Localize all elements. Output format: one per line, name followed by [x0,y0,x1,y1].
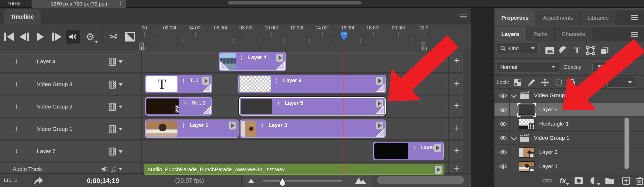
layer-thumbnail[interactable] [519,147,534,158]
expand-chevron-icon[interactable]: ⟩ [276,77,278,84]
track-header-layer-7[interactable]: ⟩ Layer 7 [0,141,142,162]
timeline-zoom-slider[interactable] [263,180,342,181]
tab-properties[interactable]: Properties [494,11,536,25]
transition-button[interactable] [123,30,137,44]
add-mask-icon[interactable] [573,175,584,186]
visibility-eye-icon[interactable] [499,121,507,127]
tab-libraries[interactable]: Libraries [581,11,616,25]
tab-adjustments[interactable]: Adjustments [536,11,581,25]
timeline-settings-button[interactable]: ⚙ [83,30,97,44]
expand-chevron-icon[interactable]: ⟩ [413,144,415,151]
fade-handle-icon[interactable] [376,128,385,137]
frame-view-icon[interactable] [4,179,17,182]
timeline-clip-layer-5[interactable]: ⟩ Layer 5 [239,97,386,116]
chevron-down-icon[interactable] [118,150,123,153]
track-header-video-group-3[interactable]: ⟩ Video Group 3 [0,74,142,95]
layers-scrollbar[interactable] [625,118,629,169]
layer-thumbnail[interactable] [519,161,534,172]
zoom-out-icon[interactable] [248,178,254,183]
lock-paint-icon[interactable] [526,77,537,88]
chevron-down-icon[interactable] [118,168,123,170]
go-to-next-frame-button[interactable] [50,30,64,44]
layer-filter-kind-select[interactable]: Kind [497,43,539,54]
blend-mode-select[interactable]: Normal [497,61,559,72]
speaker-icon[interactable] [101,166,108,172]
video-badge-icon[interactable] [229,122,236,129]
expand-chevron-icon[interactable]: ⟩ [241,54,243,61]
expand-chevron-icon[interactable]: ⟩ [15,126,18,132]
group-expand-chevron-icon[interactable] [511,92,517,98]
lock-move-icon[interactable] [539,77,551,88]
add-media-button[interactable]: + [451,145,463,156]
fade-handle-icon[interactable] [202,84,211,92]
fade-handle-icon[interactable] [220,61,229,70]
layer-thumbnail[interactable] [519,119,534,129]
layers-menu-icon[interactable] [631,32,638,37]
document-zoom-level[interactable]: 100% [7,1,20,7]
expand-chevron-icon[interactable]: ⟩ [15,103,18,110]
tab-timeline[interactable]: Timeline [4,9,41,24]
add-media-button[interactable]: + [451,163,463,174]
fade-handle-icon[interactable] [376,106,385,115]
tab-layers[interactable]: Layers [494,27,527,41]
zoom-slider-handle[interactable] [279,177,286,187]
add-media-button[interactable]: + [451,55,463,66]
layer-row-layer-1[interactable]: Layer 1 [494,160,644,173]
timeline-clip-audiio-punchparade-punchparade-awaywego-inst-wav[interactable]: Audiio_PunchParade_PunchParade_AwayWeGo_… [144,164,444,175]
expand-chevron-icon[interactable]: ⟩ [15,81,18,88]
fade-handle-icon[interactable] [276,61,285,70]
video-badge-icon[interactable] [435,166,442,174]
adjustment-layer-filter-icon[interactable] [558,45,569,56]
document-horizontal-scrollbar[interactable] [228,1,361,4]
new-layer-icon[interactable] [620,175,632,186]
visibility-eye-icon[interactable] [499,150,507,155]
link-layers-icon[interactable] [541,175,553,186]
smart-object-filter-icon[interactable] [599,45,610,56]
fill-value-field[interactable] [607,77,636,88]
visibility-eye-icon[interactable] [499,164,507,169]
add-media-button[interactable]: + [451,100,463,111]
expand-chevron-icon[interactable]: ⟩ [182,77,185,84]
lock-artboard-icon[interactable] [553,77,564,88]
go-to-first-frame-button[interactable] [2,30,16,44]
timeline-horizontal-scrollbar[interactable] [377,176,464,184]
timeline-clip-re-1[interactable]: ⟩ Re...1 [145,97,212,116]
layer-row-video-group-2[interactable]: Video Group 2 [494,89,644,102]
timeline-clip-layer-4[interactable]: ⟩ Layer 4 [219,52,286,71]
playhead-marker[interactable] [340,31,348,43]
track-header-video-group-2[interactable]: ⟩ Video Group 2 [0,96,142,117]
tab-channels[interactable]: Channels [555,27,592,41]
render-export-icon[interactable] [33,176,44,185]
tab-paths[interactable]: Paths [527,27,555,41]
current-timecode[interactable]: 0;00;14;19 [87,177,119,185]
timeline-menu-icon[interactable] [460,14,467,18]
delete-layer-icon[interactable] [634,175,644,186]
expand-chevron-icon[interactable]: ⟩ [261,122,263,128]
audio-track-icon[interactable]: ♫ [111,165,117,173]
zoom-in-icon[interactable] [354,177,366,184]
lock-transparency-icon[interactable] [512,77,523,88]
fade-handle-icon[interactable] [376,84,385,92]
timeline-clip-t-[interactable]: T ⟩ T...! [145,75,212,93]
visibility-eye-icon[interactable] [499,107,507,112]
fade-handle-icon[interactable] [202,106,211,115]
chevron-down-icon[interactable] [118,106,123,108]
play-button[interactable] [34,30,47,44]
layer-thumbnail[interactable] [519,105,534,115]
split-at-playhead-button[interactable]: ✂ [106,30,120,44]
visibility-eye-icon[interactable] [499,136,507,141]
expand-chevron-icon[interactable]: ⟩ [182,122,185,128]
timeline-clip-layer-7[interactable]: ⟩ Layer 7 [373,142,444,160]
expand-chevron-icon[interactable]: ⟩ [15,58,18,65]
chevron-down-icon[interactable] [118,128,123,131]
track-header-layer-4[interactable]: ⟩ Layer 4 [0,50,142,72]
layer-row-rectangle-1[interactable]: Rectangle 1 [494,117,644,131]
pixel-layer-filter-icon[interactable] [544,45,556,56]
track-header-video-group-1[interactable]: ⟩ Video Group 1 [0,118,142,139]
add-media-button[interactable]: + [451,122,463,134]
new-adjustment-layer-icon[interactable] [588,175,600,186]
chevron-down-icon[interactable] [118,60,123,63]
group-expand-chevron-icon[interactable] [511,135,517,141]
timeline-clip-layer-3[interactable]: ⟩ Layer 3 [240,120,386,138]
layer-row-layer-3[interactable]: Layer 3 [494,146,644,159]
